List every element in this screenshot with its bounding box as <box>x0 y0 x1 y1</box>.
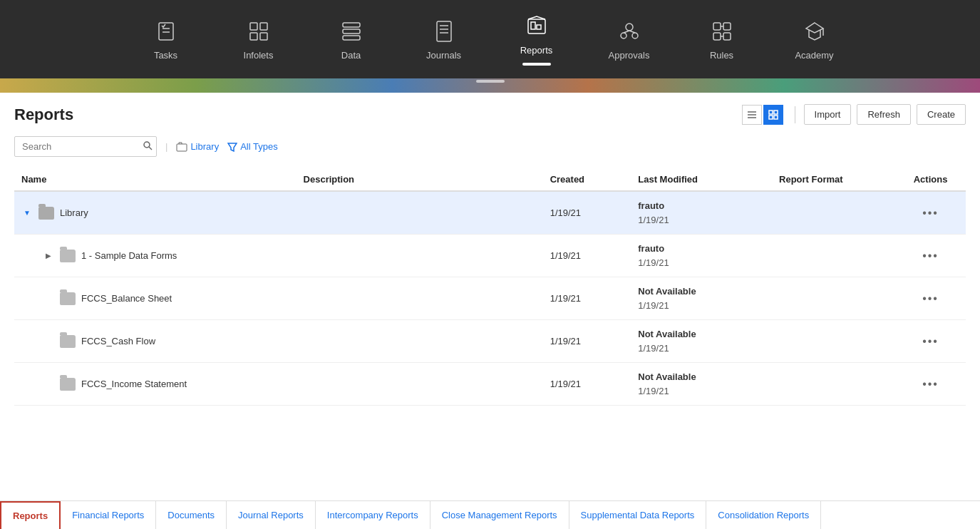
rules-icon <box>709 19 735 44</box>
library-filter-label: Library <box>190 141 219 152</box>
folder-icon <box>60 378 76 391</box>
create-button[interactable]: Create <box>917 104 966 125</box>
search-button[interactable] <box>143 140 153 153</box>
search-input[interactable] <box>14 136 157 157</box>
library-filter[interactable]: Library <box>176 141 219 152</box>
table-row: ▼Library1/19/21frauto1/19/21••• <box>14 191 966 235</box>
nav-item-infolets[interactable]: Infolets <box>234 19 284 61</box>
list-view-button[interactable] <box>742 105 762 125</box>
name-cell: ▶1 - Sample Data Forms <box>14 235 296 277</box>
nav-item-reports[interactable]: Reports <box>512 14 562 66</box>
view-toggle <box>742 105 783 125</box>
status-tab-journal-reports[interactable]: Journal Reports <box>227 501 316 529</box>
actions-cell: ••• <box>895 191 966 235</box>
status-tab-reports[interactable]: Reports <box>0 501 61 529</box>
import-button[interactable]: Import <box>804 104 852 125</box>
description-cell <box>296 191 543 235</box>
actions-menu-button[interactable]: ••• <box>918 291 943 306</box>
svg-rect-33 <box>769 111 773 114</box>
svg-rect-9 <box>343 36 360 40</box>
status-tab-consolidation-reports[interactable]: Consolidation Reports <box>706 501 821 529</box>
format-cell <box>772 235 895 277</box>
nav-item-data[interactable]: Data <box>326 19 376 61</box>
table-row: FCCS_Income Statement1/19/21Not Availabl… <box>14 363 966 406</box>
modified-date: 1/19/21 <box>638 300 669 311</box>
actions-cell: ••• <box>895 277 966 320</box>
table-row: FCCS_Cash Flow1/19/21Not Available1/19/2… <box>14 320 966 363</box>
modified-cell: frauto1/19/21 <box>631 191 772 235</box>
modified-cell: Not Available1/19/21 <box>631 277 772 320</box>
svg-rect-25 <box>723 33 731 40</box>
svg-rect-8 <box>343 29 360 34</box>
col-header-actions: Actions <box>895 168 966 191</box>
col-header-format: Report Format <box>772 168 895 191</box>
modified-date: 1/19/21 <box>638 386 669 396</box>
created-cell: 1/19/21 <box>543 191 631 235</box>
nav-label-reports: Reports <box>520 45 553 56</box>
actions-cell: ••• <box>895 235 966 277</box>
main-content: Reports Import Refresh Create | <box>0 93 980 500</box>
row-name-label: FCCS_Cash Flow <box>81 336 155 346</box>
svg-line-38 <box>149 147 152 150</box>
nav-item-tasks[interactable]: Tasks <box>141 19 191 61</box>
status-tab-documents[interactable]: Documents <box>156 501 227 529</box>
grid-view-button[interactable] <box>763 105 783 125</box>
approvals-icon <box>617 19 642 44</box>
journals-icon <box>431 19 457 44</box>
banner-handle <box>476 80 505 83</box>
nav-label-data: Data <box>341 50 361 61</box>
actions-menu-button[interactable]: ••• <box>918 334 943 349</box>
actions-menu-button[interactable]: ••• <box>918 248 943 263</box>
status-bar: ReportsFinancial ReportsDocumentsJournal… <box>0 500 980 529</box>
table-row: FCCS_Balance Sheet1/19/21Not Available1/… <box>14 277 966 320</box>
status-tab-financial-reports[interactable]: Financial Reports <box>61 501 156 529</box>
modified-cell: Not Available1/19/21 <box>631 320 772 363</box>
academy-icon <box>802 19 827 44</box>
nav-label-academy: Academy <box>795 50 833 61</box>
description-cell <box>296 320 543 363</box>
svg-point-19 <box>632 33 638 38</box>
svg-point-37 <box>144 142 150 148</box>
active-indicator <box>522 63 551 66</box>
table-row: ▶1 - Sample Data Forms1/19/21frauto1/19/… <box>14 235 966 277</box>
page-header: Reports Import Refresh Create <box>14 104 966 125</box>
infolets-icon <box>246 19 272 44</box>
nav-label-journals: Journals <box>426 50 461 61</box>
svg-point-17 <box>626 24 633 31</box>
status-tab-intercompany-reports[interactable]: Intercompany Reports <box>316 501 430 529</box>
nav-item-approvals[interactable]: Approvals <box>604 19 654 61</box>
svg-rect-0 <box>159 23 173 40</box>
nav-item-rules[interactable]: Rules <box>697 19 747 61</box>
created-cell: 1/19/21 <box>543 277 631 320</box>
nav-item-journals[interactable]: Journals <box>419 19 469 61</box>
folder-icon <box>60 292 76 305</box>
row-name-label: FCCS_Income Statement <box>81 379 187 389</box>
svg-rect-39 <box>177 144 187 151</box>
status-tab-supplemental-data-reports[interactable]: Supplemental Data Reports <box>569 501 707 529</box>
status-tab-close-management-reports[interactable]: Close Management Reports <box>430 501 569 529</box>
actions-cell: ••• <box>895 363 966 406</box>
refresh-button[interactable]: Refresh <box>857 104 911 125</box>
description-cell <box>296 363 543 406</box>
page-title: Reports <box>14 106 73 124</box>
svg-rect-16 <box>537 25 541 29</box>
actions-menu-button[interactable]: ••• <box>918 376 943 391</box>
svg-rect-35 <box>769 115 773 119</box>
toolbar-divider <box>795 106 795 123</box>
svg-rect-36 <box>774 115 778 119</box>
header-actions: Import Refresh Create <box>742 104 966 125</box>
reports-table: Name Description Created Last Modified R… <box>14 168 966 406</box>
actions-menu-button[interactable]: ••• <box>918 205 943 220</box>
nav-item-academy[interactable]: Academy <box>790 19 840 61</box>
description-cell <box>296 277 543 320</box>
created-cell: 1/19/21 <box>543 235 631 277</box>
format-cell <box>772 320 895 363</box>
all-types-filter[interactable]: All Types <box>227 141 278 152</box>
description-cell <box>296 235 543 277</box>
modified-date: 1/19/21 <box>638 215 669 225</box>
svg-rect-22 <box>713 23 721 30</box>
collapse-button[interactable]: ▼ <box>21 207 33 219</box>
name-cell: ▼Library <box>14 191 296 235</box>
format-cell <box>772 277 895 320</box>
expand-button[interactable]: ▶ <box>43 250 54 262</box>
